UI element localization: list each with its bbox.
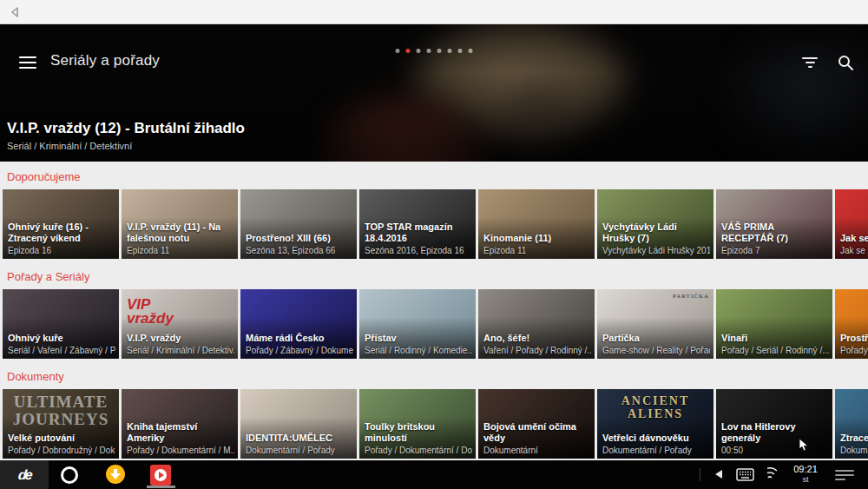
tile-subtitle: Pořady / Seriál / Rodinný /...: [721, 346, 829, 355]
tile-subtitle: Pořady / V: [840, 346, 868, 355]
tile-subtitle: Game-show / Reality / Pořady: [602, 346, 710, 355]
carousel-dot[interactable]: [437, 49, 442, 53]
tile-title: V.I.P. vraždy: [127, 333, 234, 344]
carousel-dot[interactable]: [469, 49, 473, 53]
content-tile[interactable]: Jak se sta Jak se sta: [835, 189, 868, 259]
tile-subtitle: Seriál / Vaření / Zábavný / P...: [8, 346, 115, 355]
hamburger-menu-icon[interactable]: [19, 56, 36, 69]
tile-subtitle: Vaření / Pořady / Rodinný /...: [483, 346, 591, 355]
tile-subtitle: Sezóna 13, Epizoda 66: [246, 246, 353, 255]
carousel-dot[interactable]: [417, 49, 421, 53]
carousel-dot[interactable]: [396, 49, 400, 53]
tile-subtitle: Pořady / Zábavný / Dokume...: [246, 346, 353, 355]
content-tile[interactable]: V.I.P. vraždy (11) - Na falešnou notu Ep…: [122, 189, 238, 259]
tile-subtitle: Jak se sta: [840, 246, 868, 255]
filter-icon[interactable]: [802, 57, 818, 68]
content-tile[interactable]: Prostřeno Pořady / V: [835, 289, 868, 359]
content-tile[interactable]: Přístav Seriál / Rodinný / Komedie...: [359, 289, 476, 359]
tile-title: Vinaři: [721, 333, 829, 344]
content-section: Dokumenty Velké putování Pořady / Dobrod…: [0, 370, 868, 459]
page-title: Seriály a pořady: [50, 52, 160, 69]
clock-day: st: [788, 475, 823, 485]
carousel-dot[interactable]: [427, 49, 431, 53]
content-tile[interactable]: Ztracené s Dokument: [835, 389, 868, 459]
tile-title: Vychytávky Ládi Hrušky (7): [602, 221, 710, 244]
tile-subtitle: Dokumentární / Pořady: [246, 446, 353, 455]
tile-title: Bojová umění očima vědy: [483, 421, 591, 444]
content-tile[interactable]: Ano, šéfe! Vaření / Pořady / Rodinný /..…: [478, 289, 595, 359]
tile-row: Ohnivý kuře Seriál / Vaření / Zábavný / …: [0, 289, 868, 359]
tile-subtitle: Pořady / Dokumentární / Do...: [365, 446, 472, 455]
tile-title: Přístav: [365, 333, 472, 344]
tile-subtitle: Dokumentární / Pořady: [602, 446, 710, 455]
hero-caption: V.I.P. vraždy (12) - Brutální žihadlo Se…: [7, 120, 245, 151]
clock-time: 09:21: [788, 464, 823, 475]
content-tile[interactable]: IDENTITA:UMĚLEC Dokumentární / Pořady: [240, 389, 357, 459]
content-tile[interactable]: V.I.P. vraždy Seriál / Kriminální / Dete…: [122, 289, 238, 359]
tile-subtitle: Epizoda 7: [721, 246, 829, 255]
prima-play-app-icon[interactable]: [150, 465, 171, 486]
content-tile[interactable]: Vychytávky Ládi Hrušky (7) Vychytávky Lá…: [597, 189, 713, 259]
content-tile[interactable]: Vetřelci dávnověku Dokumentární / Pořady…: [597, 389, 713, 459]
content-tile[interactable]: Ohnivý kuře Seriál / Vaření / Zábavný / …: [3, 289, 119, 359]
content-tile[interactable]: Ohnivý kuře (16) - Ztracený víkend Epizo…: [3, 189, 119, 259]
tray-menu-icon[interactable]: [835, 470, 854, 483]
hero-banner[interactable]: Seriály a pořady V.I.P. vraždy (12) - Br…: [0, 24, 868, 162]
content-tile[interactable]: Kinomanie (11) Epizoda 11: [478, 189, 595, 259]
content-tile[interactable]: Lov na Hitlerovy generály 00:50: [716, 389, 832, 459]
tile-art-text: PARTIČKA: [673, 293, 709, 300]
mouse-cursor: [799, 438, 809, 452]
tile-subtitle: Epizoda 11: [483, 246, 591, 255]
carousel-dot[interactable]: [458, 49, 463, 53]
tile-row: Ohnivý kuře (16) - Ztracený víkend Epizo…: [0, 189, 868, 259]
tile-title: Ztracené s: [840, 433, 868, 444]
section-header: Dokumenty: [7, 370, 868, 383]
download-app-icon[interactable]: [106, 465, 125, 484]
tile-title: Ohnivý kuře (16) - Ztracený víkend: [8, 221, 115, 244]
hide-keyboard-back-icon[interactable]: [715, 470, 722, 479]
signal-waves-icon[interactable]: [767, 467, 783, 482]
content-tile[interactable]: Vinaři Pořady / Seriál / Rodinný /...: [716, 289, 832, 359]
tile-title: Prostřeno! XIII (66): [246, 233, 353, 244]
hero-genres: Seriál / Kriminální / Detektivní: [7, 141, 245, 151]
tile-title: IDENTITA:UMĚLEC: [246, 433, 353, 444]
tile-subtitle: Pořady / Dobrodružný / Dok...: [8, 446, 115, 455]
keyboard-icon[interactable]: [736, 468, 754, 481]
back-arrow-icon[interactable]: [9, 6, 21, 18]
content-tile[interactable]: Velké putování Pořady / Dobrodružný / Do…: [3, 389, 119, 459]
tile-subtitle: Seriál / Kriminální / Detektiv...: [127, 346, 234, 355]
content-tile[interactable]: TOP STAR magazín 18.4.2016 Sezóna 2016, …: [359, 189, 476, 259]
tile-title: Kniha tajemství Ameriky: [127, 421, 234, 444]
content-tile[interactable]: Bojová umění očima vědy Dokumentární: [478, 389, 595, 459]
carousel-dot[interactable]: [406, 49, 411, 53]
tile-title: VÁŠ PRIMA RECEPTÁŘ (7): [721, 221, 829, 244]
content-tile[interactable]: Prostřeno! XIII (66) Sezóna 13, Epizoda …: [240, 189, 357, 259]
tile-subtitle: Epizoda 11: [127, 246, 234, 255]
window-title-bar: [0, 0, 868, 24]
tile-title: V.I.P. vraždy (11) - Na falešnou notu: [127, 221, 234, 244]
tile-subtitle: Dokumentární: [483, 446, 591, 455]
tile-subtitle: 00:50: [721, 446, 829, 455]
search-icon[interactable]: [837, 54, 854, 71]
tile-title: TOP STAR magazín 18.4.2016: [365, 221, 472, 244]
tile-subtitle: Seriál / Rodinný / Komedie...: [365, 346, 472, 355]
taskbar-clock[interactable]: 09:21 st: [788, 464, 823, 485]
content-tile[interactable]: Partička Game-show / Reality / Pořady PA…: [597, 289, 713, 359]
content-tile[interactable]: Máme rádi Česko Pořady / Zábavný / Dokum…: [240, 289, 357, 359]
app-bar: Seriály a pořady: [0, 24, 868, 85]
content-tile[interactable]: VÁŠ PRIMA RECEPTÁŘ (7) Epizoda 7: [716, 189, 832, 259]
content-tile[interactable]: Toulky britskou minulostí Pořady / Dokum…: [359, 389, 476, 459]
tile-subtitle: Sezóna 2016, Epizoda 16: [365, 246, 472, 255]
tile-title: Velké putování: [8, 433, 115, 444]
tile-row: Velké putování Pořady / Dobrodružný / Do…: [0, 389, 868, 459]
tile-title: Jak se sta: [840, 233, 868, 244]
content-sections: Doporučujeme Ohnivý kuře (16) - Ztracený…: [0, 162, 868, 460]
tile-title: Toulky britskou minulostí: [365, 421, 472, 444]
content-tile[interactable]: Kniha tajemství Ameriky Pořady / Dokumen…: [122, 389, 238, 459]
tile-title: Ohnivý kuře: [8, 333, 115, 344]
start-button[interactable]: de: [0, 460, 49, 489]
circle-app-icon[interactable]: [61, 466, 78, 484]
carousel-dot[interactable]: [448, 49, 452, 53]
tile-subtitle: Epizoda 16: [8, 246, 115, 255]
tile-title: Lov na Hitlerovy generály: [721, 421, 829, 444]
